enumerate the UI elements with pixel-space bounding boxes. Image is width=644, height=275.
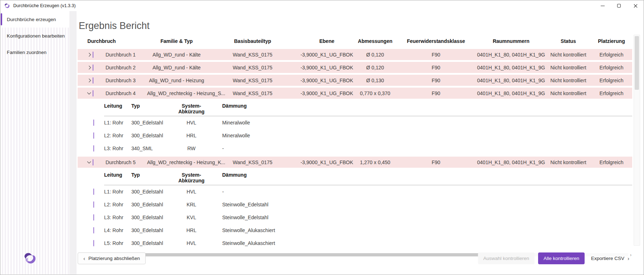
cell-platzierung: Erfolgreich: [591, 52, 632, 58]
subtable-row[interactable]: L1: Rohr 300_Edelstahl HVL -: [93, 185, 632, 198]
chevron-right-icon: [88, 65, 91, 70]
column-header-feuerwiderstandsklasse: Feuerwiderstandsklasse: [396, 38, 476, 44]
cell-abmessungen: 0,770 x 0,370: [355, 90, 396, 96]
table-row[interactable]: Durchbruch 5 Allg_WD_rechteckig - Heizun…: [78, 157, 632, 168]
subrow-checkbox[interactable]: [93, 132, 94, 139]
app-logo-icon: [4, 3, 10, 9]
subtable-row[interactable]: L2: Rohr 300_Edelstahl HRL Mineralwolle: [93, 129, 632, 142]
sidebar-item-konfigurationen-bearbeiten[interactable]: Konfigurationen bearbeiten: [0, 28, 69, 44]
cell-feuerwiderstandsklasse: F90: [396, 159, 476, 165]
vertical-scrollbar[interactable]: [634, 35, 640, 246]
cell-abmessungen: Ø 0,120: [355, 52, 396, 58]
vertical-scroll-thumb[interactable]: [635, 36, 639, 90]
row-expander[interactable]: [78, 78, 93, 83]
minimize-icon: [601, 6, 605, 6]
cell-basisbauteiltyp: Wand_KSS_0175: [206, 78, 299, 83]
subrow-checkbox[interactable]: [93, 119, 94, 126]
cell-feuerwiderstandsklasse: F90: [396, 52, 476, 58]
subrow-checkbox[interactable]: [93, 145, 94, 152]
cell-basisbauteiltyp: Wand_KSS_0175: [206, 159, 299, 165]
minimize-button[interactable]: [594, 0, 611, 11]
subcell-system-abkuerzung: KRL: [170, 202, 213, 207]
subcell-leitung: L1: Rohr: [104, 189, 131, 195]
cell-familie-typ: Allg_WD_rechteckig - Heizung_K...: [147, 159, 206, 165]
subcell-leitung: L5: Rohr: [104, 240, 131, 246]
cell-abmessungen: 1,270 x 0,450: [355, 159, 396, 165]
cell-durchbruch: Durchbruch 2: [106, 65, 147, 70]
column-header-basisbauteiltyp: Basisbauteiltyp: [206, 38, 299, 44]
cell-familie-typ: Allg_WD_rund - Kälte: [147, 52, 206, 58]
subtable-row[interactable]: L4: Rohr 300_Edelstahl HRL Steinwolle_Al…: [93, 224, 632, 237]
subcell-daemmung: Mineralwolle: [213, 133, 632, 138]
column-header-raumnummern: Raumnummern: [476, 38, 546, 44]
row-expander[interactable]: [78, 161, 93, 164]
table-row[interactable]: Durchbruch 2 Allg_WD_rund - Kälte Wand_K…: [78, 62, 632, 73]
cell-raumnummern: 0401H_K1_80, 0401H_K1_9G: [476, 90, 546, 96]
column-header-familie-typ: Familie & Typ: [147, 38, 206, 44]
subcolumn-header-daemmung: Dämmung: [213, 172, 632, 183]
row-expander[interactable]: [78, 53, 93, 57]
sidebar-item-durchbrueche-erzeugen[interactable]: Durchbrüche erzeugen: [0, 11, 69, 28]
subcell-typ: 300_Edelstahl: [131, 120, 170, 126]
subtable-row[interactable]: L5: Rohr 300_Edelstahl HVL Steinwolle_Al…: [93, 237, 632, 250]
table-row[interactable]: Durchbruch 3 Allg_WD_rund - Heizung Wand…: [78, 75, 632, 86]
cell-ebene: -3,9000_K1_UG_FBOK: [299, 78, 355, 83]
subrow-checkbox[interactable]: [93, 240, 94, 246]
row-expander[interactable]: [78, 92, 93, 95]
row-checkbox[interactable]: [93, 77, 93, 84]
check-all-button[interactable]: Alle kontrollieren: [538, 252, 585, 264]
subrow-checkbox[interactable]: [93, 214, 94, 221]
cell-durchbruch: Durchbruch 3: [106, 78, 147, 83]
row-checkbox[interactable]: [93, 64, 93, 71]
subrow-checkbox[interactable]: [93, 227, 94, 234]
page-title: Ergebnis Bericht: [79, 20, 643, 31]
finish-placement-label: Platzierung abschließen: [88, 256, 140, 261]
chevron-left-icon: ‹: [83, 256, 85, 261]
close-button[interactable]: [627, 0, 644, 11]
subtable-row[interactable]: L2: Rohr 300_Edelstahl KRL Steinwolle_Ed…: [93, 198, 632, 211]
table-row[interactable]: Durchbruch 1 Allg_WD_rund - Kälte Wand_K…: [78, 49, 632, 60]
subrow-checkbox[interactable]: [93, 188, 94, 195]
cell-ebene: -3,9000_K1_UG_FBOK: [299, 90, 355, 96]
subcell-typ: 300_Edelstahl: [131, 215, 170, 220]
brand-logo: [23, 251, 37, 266]
app-window: Durchbrüche Erzeugen (v1.3.3) Durchbrüch…: [0, 0, 644, 275]
sidebar: Durchbrüche erzeugen Konfigurationen bea…: [0, 11, 69, 274]
check-all-label: Alle kontrollieren: [543, 256, 579, 261]
cell-raumnummern: 0401H_K1_80, 0401H_K1_9G: [476, 65, 546, 70]
cell-feuerwiderstandsklasse: F90: [396, 90, 476, 96]
column-header-ebene: Ebene: [299, 38, 355, 44]
subcell-leitung: L2: Rohr: [104, 202, 131, 207]
subcell-system-abkuerzung: KVL: [170, 215, 213, 220]
sidebar-item-familien-zuordnen[interactable]: Familien zuordnen: [0, 44, 69, 60]
cell-raumnummern: 0401H_K1_80, 0401H_K1_9G: [476, 159, 546, 165]
row-expander[interactable]: [78, 65, 93, 70]
row-checkbox[interactable]: [93, 51, 93, 58]
window-title: Durchbrüche Erzeugen (v1.3.3): [13, 3, 75, 8]
cell-feuerwiderstandsklasse: F90: [396, 65, 476, 70]
cell-status: Nicht kontrolliert: [546, 90, 591, 96]
subcolumn-header-daemmung: Dämmung: [213, 103, 632, 114]
subcolumn-header-system-abkuerzung: System-Abkürzung: [170, 172, 213, 183]
finish-placement-button[interactable]: ‹ Platzierung abschließen: [78, 252, 146, 264]
chevron-right-icon: [88, 53, 91, 57]
row-checkbox[interactable]: [93, 159, 93, 166]
cell-ebene: -3,9000_K1_UG_FBOK: [299, 65, 355, 70]
cell-status: Nicht kontrolliert: [546, 65, 591, 70]
subcolumn-header-leitung: Leitung: [104, 172, 131, 183]
subtable-row[interactable]: L3: Rohr 300_Edelstahl KVL Steinwolle_Ed…: [93, 211, 632, 224]
subcell-daemmung: Mineralwolle: [213, 120, 632, 126]
cell-feuerwiderstandsklasse: F90: [396, 78, 476, 83]
maximize-button[interactable]: [611, 0, 627, 11]
row-checkbox[interactable]: [93, 90, 93, 97]
footer-bar: ‹ Platzierung abschließen Auswahl kontro…: [78, 252, 632, 264]
cell-durchbruch: Durchbruch 5: [106, 159, 147, 165]
chevron-down-icon: [87, 161, 91, 164]
subtable-row[interactable]: L1: Rohr 300_Edelstahl HVL Mineralwolle: [93, 116, 632, 129]
cell-status: Nicht kontrolliert: [546, 52, 591, 58]
subrow-checkbox[interactable]: [93, 201, 94, 208]
check-selection-button[interactable]: Auswahl kontrollieren: [478, 252, 535, 264]
subtable-row[interactable]: L3: Rohr 340_SML RW -: [93, 142, 632, 155]
table-row[interactable]: Durchbruch 4 Allg_WD_rechteckig - Heizun…: [78, 88, 632, 99]
export-csv-button[interactable]: Exportiere CSV ›: [588, 252, 632, 264]
